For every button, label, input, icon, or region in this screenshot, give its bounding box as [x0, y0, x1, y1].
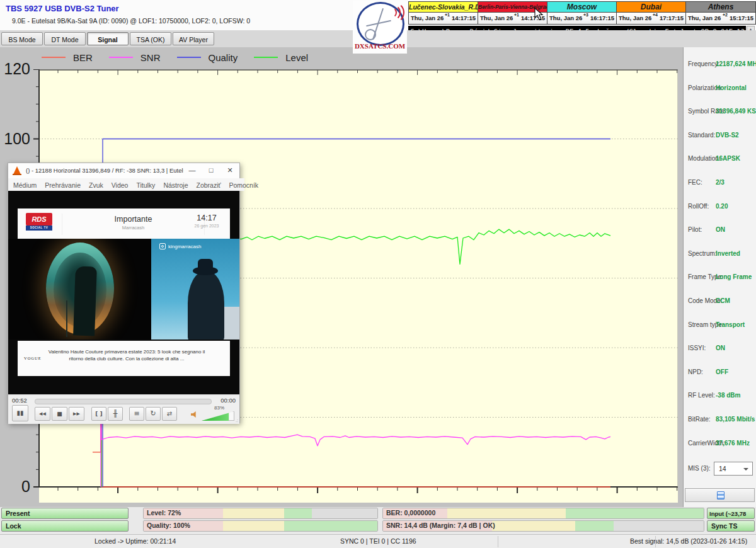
mis-dropdown[interactable]: 14: [714, 462, 753, 476]
vlc-titlebar[interactable]: () - 12188 Horizontal 31396,849 / RF: -3…: [8, 163, 239, 179]
sidebar-field-value: Transport: [716, 321, 745, 328]
tab-dt-mode[interactable]: DT Mode: [44, 32, 86, 45]
volume-slider[interactable]: [202, 411, 234, 421]
menu-help[interactable]: Pomocník: [229, 181, 258, 189]
sidebar-field-value: OFF: [716, 368, 728, 375]
tab-bs-mode[interactable]: BS Mode: [1, 32, 43, 45]
menu-tools[interactable]: Nástroje: [163, 181, 188, 189]
quality-line-swatch: [177, 57, 201, 58]
hat-top: [198, 259, 213, 269]
vlc-menubar: MédiumPrehrávanieZvukVideoTitulkyNástroj…: [8, 178, 244, 191]
footer-divider: [498, 536, 498, 547]
snr-meter: SNR: 14,4 dB (Margin: 7,4 dB | OK): [382, 520, 704, 532]
app-window: TBS 5927 USB DVB-S2 Tuner 9.0E - Eutelsa…: [0, 0, 756, 548]
pause-button[interactable]: ▮▮: [12, 405, 28, 421]
sidebar-field-value: 16APSK: [716, 155, 740, 162]
legend-label: Quality: [209, 52, 238, 63]
sidebar-field-label: Frequency:: [688, 60, 719, 67]
rds-socialtv-label: SOCIAL TV: [26, 225, 52, 231]
input-badge: Input (~23,78 Mbps): [707, 508, 755, 519]
tab-signal-mon[interactable]: Signal Mon.: [87, 32, 129, 45]
banner-date-value: 26 gen 2023: [188, 224, 225, 228]
maximize-button[interactable]: □: [202, 163, 220, 178]
clock-hms: 16:17:15: [590, 14, 614, 21]
playlist-button[interactable]: ≡: [129, 407, 144, 421]
clock-date: Thu, Jan 26: [411, 14, 444, 21]
clock-time: Thu, Jan 26 +3 16:17:15: [547, 13, 616, 24]
previous-button[interactable]: ◀◀: [35, 407, 50, 421]
close-button[interactable]: ✕: [220, 163, 239, 178]
menu-view[interactable]: Zobraziť: [196, 181, 220, 189]
menu-video[interactable]: Video: [112, 181, 129, 189]
clock-athens: Athens Thu, Jan 26 +2 15:17:15: [686, 2, 755, 24]
clock-utc-offset: +1: [445, 13, 450, 17]
stop-button[interactable]: ■: [52, 407, 67, 421]
world-clocks: Lučenec-Slovakia_R.Dávid Thu, Jan 26 +1 …: [408, 1, 756, 25]
fullscreen-button[interactable]: [ ]: [91, 407, 106, 421]
ber-line-swatch: [42, 57, 66, 58]
equalizer-button[interactable]: ╫: [108, 407, 123, 421]
elapsed-time: 00:52: [12, 397, 27, 404]
program-artist: Marracash: [62, 225, 204, 231]
instagram-icon: [159, 243, 166, 249]
statusbar-footer: Locked -> Uptime: 00:21:14 SYNC 0 | TEI …: [0, 534, 756, 548]
tuner-subtitle: 9.0E - Eutelsat 9B/Ka-Sat 9A (ID: 0090) …: [12, 17, 250, 25]
rds-wordmark: RDS: [26, 213, 52, 225]
minimize-button[interactable]: —: [183, 163, 202, 178]
clock-utc-offset: +4: [653, 13, 658, 17]
sidebar-field-label: Pilot:: [688, 226, 702, 233]
seek-slider[interactable]: [35, 399, 212, 404]
sidebar-field-value: DVB-S2: [716, 132, 739, 139]
resize-grip[interactable]: .:: [236, 418, 238, 423]
menu-audio[interactable]: Zvuk: [89, 181, 103, 189]
snr-line-swatch: [109, 57, 133, 58]
stream-list-button[interactable]: [685, 488, 755, 502]
shuffle-button[interactable]: ⇄: [162, 407, 177, 421]
vlc-player-window[interactable]: () - 12188 Horizontal 31396,849 / RF: -3…: [8, 163, 240, 423]
sidebar-field-value: Long Frame: [716, 273, 752, 280]
rapper-silhouette: [188, 271, 224, 340]
clock-hms: 14:17:15: [452, 14, 476, 21]
meter-label: BER: 0,0000000: [386, 509, 435, 517]
clock-date: Thu, Jan 26: [688, 14, 721, 21]
clock-date: Thu, Jan 26: [619, 14, 651, 21]
clock-time: Thu, Jan 26 +4 17:17:15: [617, 13, 685, 24]
total-time: 00:00: [220, 397, 236, 404]
clock-time: Thu, Jan 26 +1 14:17:15: [409, 13, 478, 24]
legend-label: BER: [73, 52, 93, 63]
vlc-cone-icon: [13, 166, 21, 174]
clock-city-label: Dubai: [617, 2, 685, 13]
menu-medium[interactable]: Médium: [13, 181, 37, 189]
loop-button[interactable]: ↻: [146, 407, 161, 421]
status-bar-area: Present Lock Level: 72% Quality: 100% BE…: [0, 507, 756, 534]
app-title: TBS 5927 USB DVB-S2 Tuner: [6, 4, 119, 13]
clock-city-label: Lučenec-Slovakia_R.Dávid: [409, 2, 478, 13]
clock-utc-offset: +2: [723, 13, 728, 17]
program-title: Importante: [62, 215, 204, 224]
clock-hms: 15:17:15: [730, 14, 753, 21]
next-button[interactable]: ▶▶: [69, 407, 84, 421]
sync-ts-badge: Sync TS: [707, 520, 755, 532]
sync-counters: SYNC 0 | TEI 0 | CC 1196: [340, 537, 416, 545]
speaker-icon[interactable]: [191, 411, 198, 418]
meter-label: Quality: 100%: [147, 522, 190, 529]
tab-tsa[interactable]: TSA (OK): [130, 32, 171, 45]
menu-playback[interactable]: Prehrávanie: [45, 181, 81, 189]
video-scene-left: [8, 239, 151, 340]
sidebar-field-value: Horizontal: [716, 84, 747, 91]
tab-av-player[interactable]: AV Player: [173, 32, 214, 45]
dxsatcs-logo: DXSATCS.COM: [353, 1, 407, 54]
quality-meter: Quality: 100%: [143, 520, 378, 532]
clock-lucenec: Lučenec-Slovakia_R.Dávid Thu, Jan 26 +1 …: [409, 2, 478, 24]
menu-subtitles[interactable]: Titulky: [136, 181, 155, 189]
clock-date: Thu, Jan 26: [549, 14, 582, 21]
sidebar-field-label: NPD:: [688, 368, 703, 375]
tv-info-banner: RDS SOCIAL TV Importante Marracash 14:17…: [18, 208, 230, 239]
clock-utc-offset: +3: [583, 13, 588, 17]
clock-dubai: Dubai Thu, Jan 26 +4 17:17:15: [617, 2, 686, 24]
sidebar-field-label: Spectrum:: [688, 250, 717, 257]
clock-hms: 17:17:15: [660, 14, 684, 21]
volume-percent: 83%: [214, 405, 224, 411]
video-display[interactable]: RDS SOCIAL TV Importante Marracash 14:17…: [8, 191, 239, 394]
sidebar-field-value: 37,676 MHz: [716, 440, 750, 447]
